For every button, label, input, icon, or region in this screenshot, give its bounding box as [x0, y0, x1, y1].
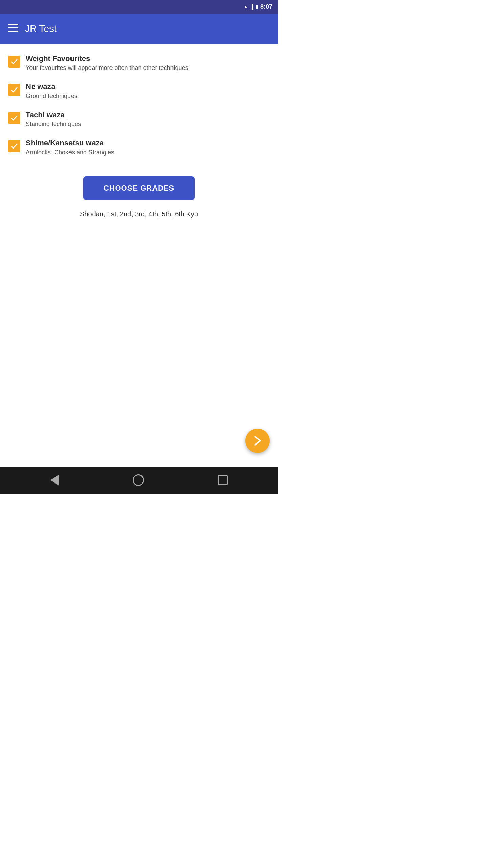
next-fab-button[interactable] [245, 429, 270, 453]
app-header: JR Test [0, 14, 278, 44]
weight-favourites-desc: Your favourites will appear more often t… [26, 64, 188, 72]
tachi-waza-checkbox[interactable] [8, 112, 20, 124]
hamburger-menu-icon[interactable] [8, 23, 18, 34]
tachi-waza-text-group: Tachi waza Standing techniques [26, 111, 81, 128]
choose-grades-button[interactable]: CHOOSE GRADES [83, 176, 195, 200]
shime-kansetsu-desc: Armlocks, Chokes and Strangles [26, 149, 114, 156]
weight-favourites-item: Weight Favourites Your favourites will a… [8, 54, 270, 72]
svg-rect-2 [8, 31, 18, 32]
ne-waza-item: Ne waza Ground techniques [8, 82, 270, 100]
weight-favourites-checkbox[interactable] [8, 56, 20, 68]
back-nav-icon[interactable] [50, 475, 59, 486]
status-icons: ▲ ▐ ▮ 8:07 [243, 3, 272, 11]
wifi-icon: ▲ [243, 4, 248, 9]
battery-icon: ▮ [256, 4, 258, 9]
status-bar: ▲ ▐ ▮ 8:07 [0, 0, 278, 14]
ne-waza-label: Ne waza [26, 82, 77, 91]
grades-display-text: Shodan, 1st, 2nd, 3rd, 4th, 5th, 6th Kyu [8, 210, 270, 218]
tachi-waza-label: Tachi waza [26, 111, 81, 119]
shime-kansetsu-label: Shime/Kansetsu waza [26, 139, 114, 147]
button-container: CHOOSE GRADES [8, 176, 270, 200]
shime-kansetsu-item: Shime/Kansetsu waza Armlocks, Chokes and… [8, 139, 270, 156]
status-time: 8:07 [260, 3, 272, 11]
ne-waza-desc: Ground techniques [26, 93, 77, 100]
tachi-waza-item: Tachi waza Standing techniques [8, 111, 270, 128]
home-nav-icon[interactable] [133, 474, 144, 486]
main-content: Weight Favourites Your favourites will a… [0, 44, 278, 429]
fab-container [0, 429, 278, 453]
signal-icon: ▐ [250, 4, 253, 9]
ne-waza-text-group: Ne waza Ground techniques [26, 82, 77, 100]
weight-favourites-text-group: Weight Favourites Your favourites will a… [26, 54, 188, 72]
weight-favourites-label: Weight Favourites [26, 54, 188, 63]
bottom-nav-bar [0, 467, 278, 494]
recents-nav-icon[interactable] [218, 475, 228, 485]
shime-kansetsu-text-group: Shime/Kansetsu waza Armlocks, Chokes and… [26, 139, 114, 156]
ne-waza-checkbox[interactable] [8, 84, 20, 96]
tachi-waza-desc: Standing techniques [26, 121, 81, 128]
shime-kansetsu-checkbox[interactable] [8, 140, 20, 152]
app-title: JR Test [25, 23, 57, 34]
svg-rect-1 [8, 27, 18, 28]
svg-rect-0 [8, 24, 18, 25]
